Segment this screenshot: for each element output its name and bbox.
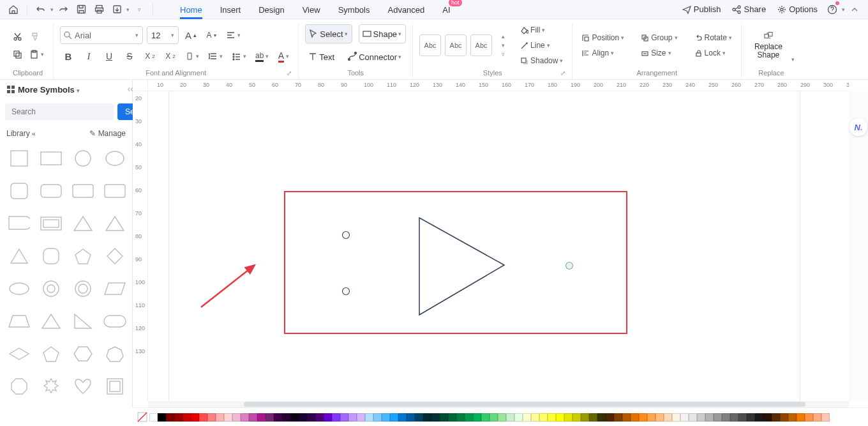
copy-button[interactable] xyxy=(9,46,26,63)
cut-button[interactable] xyxy=(9,28,26,45)
canvas[interactable] xyxy=(148,91,849,401)
shape-pentagon2[interactable] xyxy=(38,344,64,364)
color-swatch[interactable] xyxy=(232,413,241,422)
font-group-expand[interactable]: ⤢ xyxy=(287,70,292,77)
undo-dropdown[interactable]: ▾ xyxy=(50,6,54,13)
color-swatch[interactable] xyxy=(216,413,224,422)
decrease-font-button[interactable]: A▾ xyxy=(203,27,220,43)
shape-rounded-square[interactable] xyxy=(6,181,32,201)
menu-tab-advanced[interactable]: Advanced xyxy=(378,1,433,17)
shape-triangle-iso[interactable] xyxy=(70,213,96,234)
color-swatch[interactable] xyxy=(738,413,747,422)
color-swatch[interactable] xyxy=(589,413,597,422)
ai-assist-button[interactable]: N. xyxy=(849,118,867,136)
color-swatch[interactable] xyxy=(788,413,797,422)
paste-button[interactable]: ▾ xyxy=(27,46,47,63)
color-swatch[interactable] xyxy=(490,413,498,422)
color-swatch[interactable] xyxy=(456,413,465,422)
color-swatch[interactable] xyxy=(158,413,166,422)
minimize-ribbon[interactable] xyxy=(846,1,863,18)
shape-stadium[interactable] xyxy=(102,311,128,331)
color-swatch[interactable] xyxy=(473,413,481,422)
color-swatch[interactable] xyxy=(539,413,548,422)
shape-trapezoid[interactable] xyxy=(6,311,32,331)
color-swatch[interactable] xyxy=(606,413,614,422)
bullets-button[interactable]: ▾ xyxy=(229,48,249,65)
color-swatch[interactable] xyxy=(191,413,199,422)
color-swatch[interactable] xyxy=(705,413,714,422)
color-swatch[interactable] xyxy=(523,413,531,422)
color-swatch[interactable] xyxy=(307,413,315,422)
shape-ellipse-wide[interactable] xyxy=(102,148,128,169)
position-button[interactable]: Position▾ xyxy=(579,31,627,45)
color-swatch[interactable] xyxy=(747,413,755,422)
color-swatch[interactable] xyxy=(465,413,473,422)
color-swatch[interactable] xyxy=(481,413,490,422)
shape-heptagon[interactable] xyxy=(102,344,128,364)
color-swatch[interactable] xyxy=(672,413,680,422)
shape-triangle-right[interactable] xyxy=(102,213,128,234)
color-swatch[interactable] xyxy=(506,413,514,422)
shape-square-frame[interactable] xyxy=(102,376,128,397)
style-preset-3[interactable]: Abc xyxy=(470,34,492,56)
shape-star-burst[interactable] xyxy=(38,376,64,397)
color-swatch[interactable] xyxy=(564,413,572,422)
symbol-search-input[interactable] xyxy=(5,103,114,120)
color-swatch[interactable] xyxy=(266,413,274,422)
color-swatch[interactable] xyxy=(299,413,307,422)
shape-donut[interactable] xyxy=(38,278,64,299)
undo-button[interactable] xyxy=(33,1,49,18)
replace-shape-button[interactable]: ReplaceShape xyxy=(748,27,789,63)
color-swatch[interactable] xyxy=(614,413,622,422)
italic-button[interactable]: I xyxy=(80,48,97,65)
color-swatch[interactable] xyxy=(183,413,191,422)
connector-tool[interactable]: Connector▾ xyxy=(345,47,405,66)
shape-hexagon[interactable] xyxy=(70,344,96,364)
color-swatch[interactable] xyxy=(390,413,398,422)
font-color-button[interactable]: A▾ xyxy=(275,48,292,65)
page[interactable] xyxy=(168,91,800,401)
print-button[interactable] xyxy=(91,1,107,18)
color-swatch[interactable] xyxy=(407,413,415,422)
underline-button[interactable]: U xyxy=(101,48,117,65)
text-highlight-button[interactable]: ▾ xyxy=(183,48,202,65)
superscript-button[interactable]: X2 xyxy=(142,48,158,65)
color-swatch[interactable] xyxy=(780,413,788,422)
color-swatch[interactable] xyxy=(431,413,440,422)
shape-diamond-wide[interactable] xyxy=(6,344,32,364)
shape-halfround[interactable] xyxy=(6,213,32,234)
color-swatch[interactable] xyxy=(797,413,805,422)
highlight-color-button[interactable]: ab▾ xyxy=(253,48,271,65)
color-swatch[interactable] xyxy=(498,413,506,422)
shape-triangle2[interactable] xyxy=(6,246,32,266)
styles-scroll-up[interactable]: ▴ xyxy=(498,33,507,40)
line-button[interactable]: Line▾ xyxy=(518,38,565,52)
color-swatch[interactable] xyxy=(224,413,232,422)
shape-heart[interactable] xyxy=(70,376,96,397)
publish-button[interactable]: Publish xyxy=(677,2,726,17)
options-button[interactable]: Options xyxy=(772,2,823,17)
align-button[interactable]: Align▾ xyxy=(579,46,627,60)
styles-scroll-down[interactable]: ▾ xyxy=(498,42,507,49)
color-swatch[interactable] xyxy=(373,413,382,422)
color-swatch[interactable] xyxy=(631,413,639,422)
color-swatch[interactable] xyxy=(257,413,266,422)
shape-octagon-rounded[interactable] xyxy=(38,246,64,266)
shape-pentagon[interactable] xyxy=(70,246,96,266)
styles-expand[interactable]: ▿ xyxy=(498,50,507,58)
color-swatch[interactable] xyxy=(597,413,606,422)
bold-button[interactable]: B xyxy=(60,48,77,65)
color-swatch[interactable] xyxy=(639,413,647,422)
qat-customize[interactable]: ▿ xyxy=(131,1,147,18)
color-swatch[interactable] xyxy=(531,413,539,422)
shape-ellipse[interactable] xyxy=(6,278,32,299)
rotate-button[interactable]: Rotate▾ xyxy=(692,31,735,45)
help-button[interactable] xyxy=(824,1,841,18)
color-swatch[interactable] xyxy=(805,413,813,422)
shape-triangle3[interactable] xyxy=(38,311,64,331)
shape-circle[interactable] xyxy=(70,148,96,169)
style-preset-2[interactable]: Abc xyxy=(445,34,467,56)
shape-rounded-rect[interactable] xyxy=(38,181,64,201)
shape-right-triangle[interactable] xyxy=(70,311,96,331)
color-swatch[interactable] xyxy=(448,413,456,422)
